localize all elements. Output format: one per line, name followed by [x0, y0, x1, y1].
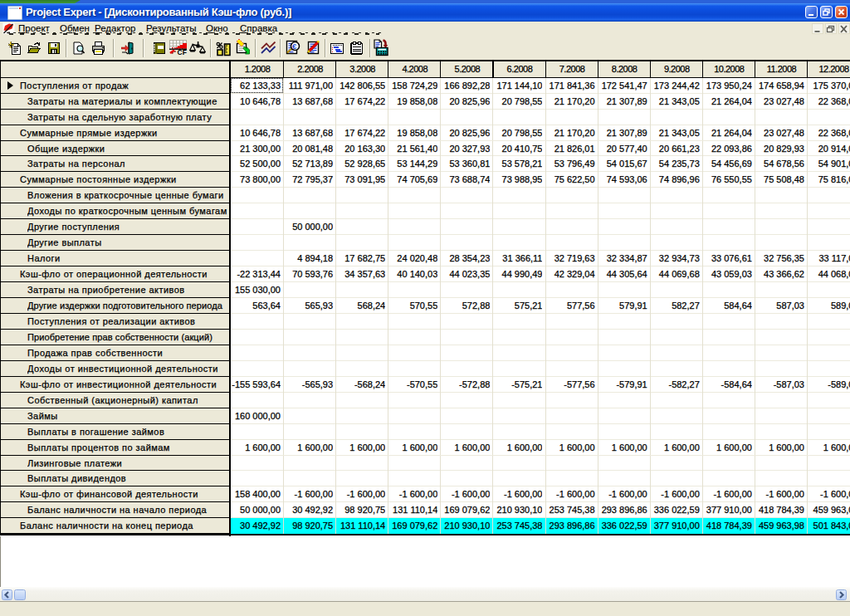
- svg-text:€: €: [292, 42, 297, 51]
- svg-text:CF: CF: [178, 48, 187, 56]
